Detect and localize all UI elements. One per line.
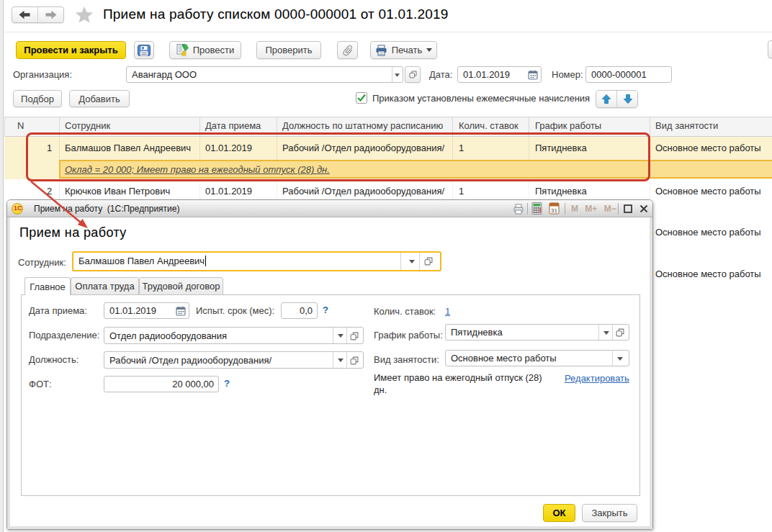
svg-text:31: 31 bbox=[551, 207, 557, 214]
